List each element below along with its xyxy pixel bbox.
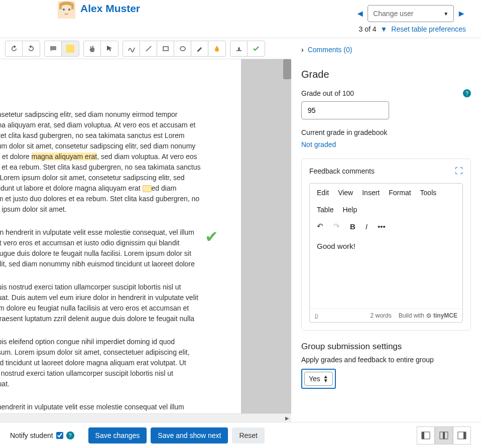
expand-icon[interactable]: ⛶ [455,167,463,176]
layout-left-icon[interactable] [417,426,435,444]
help-icon[interactable]: ? [463,89,471,97]
select-arrows-icon: ▲▼ [323,375,328,383]
chevron-right-icon: › [301,46,304,54]
filter-icon[interactable]: ▼ [381,25,388,33]
bold-icon[interactable]: B [350,222,355,231]
annotation-toolbar [0,38,291,59]
save-next-button[interactable]: Save and show next [151,427,228,443]
svg-rect-3 [50,46,56,50]
comment-tool-icon[interactable] [45,41,62,56]
svg-rect-13 [463,432,466,439]
svg-line-4 [146,46,151,51]
not-graded-link[interactable]: Not graded [301,140,471,148]
group-apply-label: Apply grades and feedback to entire grou… [301,356,471,364]
italic-icon[interactable]: I [366,222,368,231]
prev-user-icon[interactable]: ◄ [355,9,365,19]
highlight-tool-icon[interactable] [191,41,208,56]
stamp-tool-icon[interactable] [230,41,248,56]
svg-rect-11 [443,432,445,439]
scroll-right-icon[interactable]: ▶ [283,414,291,422]
stamp-check-icon[interactable] [248,41,265,56]
notify-label: Notify student [10,431,53,439]
oval-tool-icon[interactable] [174,41,191,56]
grading-header: Alex Muster ◄ Change user ▼ ► 3 of 4 ▼ R… [0,0,481,38]
svg-point-1 [63,9,65,11]
editor-content[interactable]: Good work! [310,236,462,309]
menu-edit[interactable]: Edit [317,189,329,197]
undo-icon[interactable]: ↶ [317,222,323,231]
editor-path[interactable]: p [315,312,318,319]
current-grade-label: Current grade in gradebook [301,128,471,136]
redo-icon[interactable]: ↷ [333,222,340,231]
avatar [58,1,75,19]
help-icon[interactable]: ? [66,431,74,439]
change-user-select[interactable]: Change user ▼ [368,5,454,22]
student-name-link[interactable]: Alex Muster [80,3,140,15]
svg-rect-7 [236,50,242,51]
pdf-viewer[interactable]: consetetur sadipscing elitr, sed diam no… [0,59,241,413]
horizontal-scrollbar[interactable]: ▶ [0,413,291,422]
svg-rect-5 [163,47,168,51]
reset-button[interactable]: Reset [232,427,265,443]
pdf-gutter [241,59,291,413]
svg-point-6 [180,47,185,51]
scrollbar-thumb[interactable] [283,59,291,79]
tinymce-brand: Build with ⊙tinyMCE [399,312,457,319]
rotate-right-icon[interactable] [23,41,40,56]
word-count: 2 words [371,312,392,319]
pen-tool-icon[interactable] [123,41,140,56]
grade-out-of-label: Grade out of 100 [301,89,354,97]
layout-split-icon[interactable] [435,426,453,444]
menu-view[interactable]: View [338,189,353,197]
menu-format[interactable]: Format [389,189,411,197]
group-apply-select[interactable]: Yes ▲▼ [304,372,333,386]
caret-down-icon: ▼ [443,11,448,17]
pan-tool-icon[interactable] [84,41,101,56]
feedback-heading: Feedback comments [309,167,375,175]
grading-footer: Notify student ? Save changes Save and s… [0,422,481,448]
annotation-color-icon[interactable] [208,41,225,56]
rect-tool-icon[interactable] [157,41,174,56]
menu-tools[interactable]: Tools [420,189,437,197]
svg-point-2 [68,9,70,11]
rotate-left-icon[interactable] [6,41,23,56]
svg-rect-9 [422,432,424,439]
color-yellow-icon[interactable] [62,41,79,56]
pager-text: 3 of 4 [358,25,376,33]
comment-marker-icon[interactable] [143,185,152,192]
next-user-icon[interactable]: ► [457,9,466,19]
save-button[interactable]: Save changes [88,427,147,443]
reset-table-prefs-link[interactable]: Reset table preferences [391,25,466,33]
highlighted-text: magna aliquyam erat [32,153,97,161]
more-icon[interactable]: ••• [378,222,386,231]
comments-toggle[interactable]: › Comments (0) [301,46,471,54]
menu-help[interactable]: Help [342,206,357,214]
group-settings-heading: Group submission settings [301,342,471,352]
menu-insert[interactable]: Insert [362,189,380,197]
menu-table[interactable]: Table [317,206,333,214]
feedback-section: Feedback comments ⛶ Edit View Insert For… [301,159,471,331]
grade-heading: Grade [301,69,471,80]
notify-checkbox[interactable] [56,432,63,439]
grading-panel: › Comments (0) Grade Grade out of 100 ? … [291,38,481,422]
select-tool-icon[interactable] [101,41,118,56]
layout-right-icon[interactable] [453,426,471,444]
grade-input[interactable] [301,101,389,119]
line-tool-icon[interactable] [140,41,157,56]
check-stamp-icon[interactable]: ✔ [205,227,218,246]
feedback-editor: Edit View Insert Format Tools Table Help… [309,183,463,323]
